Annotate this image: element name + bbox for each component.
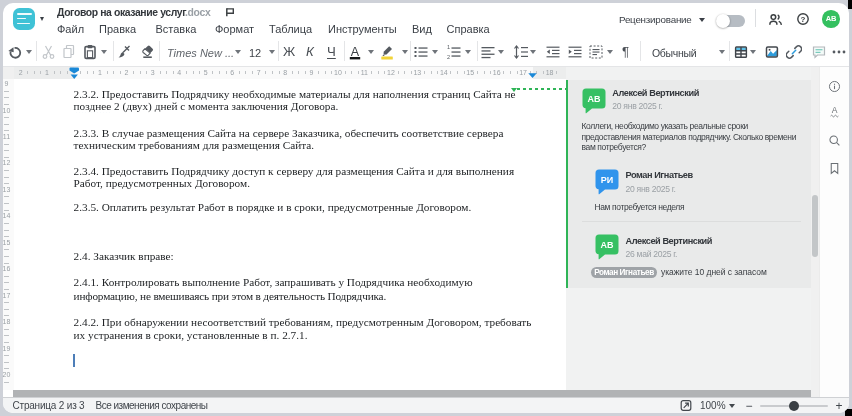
svg-text:РИ: РИ <box>600 175 612 185</box>
svg-text:2: 2 <box>447 54 450 60</box>
svg-text:АВ: АВ <box>600 240 613 250</box>
svg-text:А: А <box>831 105 837 115</box>
svg-text:А: А <box>351 45 360 59</box>
svg-text:АВ: АВ <box>587 94 600 104</box>
svg-text:1: 1 <box>447 44 450 50</box>
svg-text:?: ? <box>801 15 806 24</box>
